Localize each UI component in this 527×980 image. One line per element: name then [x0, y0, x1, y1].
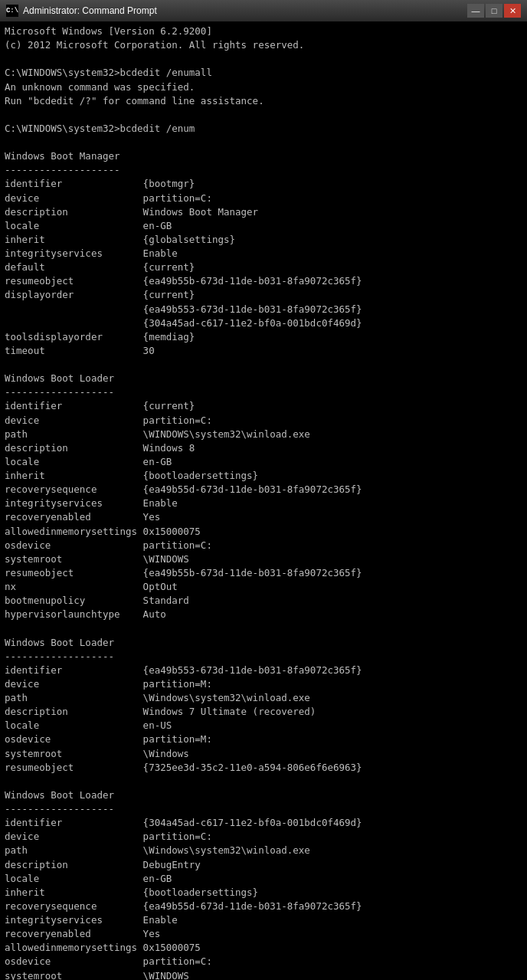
title-bar-controls: — □ ✕ — [467, 4, 521, 18]
close-button[interactable]: ✕ — [504, 4, 521, 18]
window: C:\ Administrator: Command Prompt — □ ✕ … — [0, 0, 527, 980]
title-bar: C:\ Administrator: Command Prompt — □ ✕ — [0, 0, 527, 21]
minimize-button[interactable]: — — [467, 4, 484, 18]
title-bar-left: C:\ Administrator: Command Prompt — [6, 5, 157, 17]
maximize-button[interactable]: □ — [486, 4, 502, 18]
window-title: Administrator: Command Prompt — [23, 5, 157, 16]
console-text: Microsoft Windows [Version 6.2.9200] (c)… — [5, 25, 522, 980]
console-wrapper: Microsoft Windows [Version 6.2.9200] (c)… — [0, 21, 527, 980]
cmd-icon: C:\ — [6, 5, 18, 17]
console-output[interactable]: Microsoft Windows [Version 6.2.9200] (c)… — [0, 21, 527, 980]
